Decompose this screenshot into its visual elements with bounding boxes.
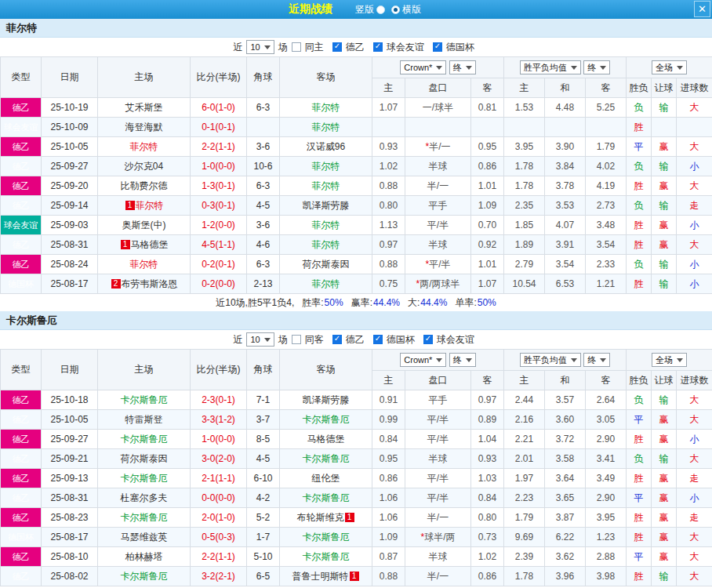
- friendly-checkbox[interactable]: [423, 335, 433, 344]
- euro-home-odds: 2.79: [504, 255, 545, 274]
- away-team[interactable]: 卡尔斯鲁厄: [280, 449, 372, 469]
- home-team[interactable]: 卡尔斯鲁厄: [98, 430, 191, 449]
- league2-checkbox[interactable]: [332, 335, 342, 344]
- metric-select[interactable]: 胜平负均值: [520, 60, 581, 74]
- team-name: 菲尔特: [6, 21, 37, 35]
- metric-select[interactable]: 胜平负均值: [520, 353, 581, 367]
- odds-time-select-2[interactable]: 终: [583, 353, 610, 367]
- match-date: 25-10-05: [42, 137, 98, 157]
- vertical-layout-radio[interactable]: [376, 5, 385, 14]
- home-team[interactable]: 沙尔克04: [98, 157, 191, 176]
- away-team[interactable]: 卡尔斯鲁厄: [280, 410, 372, 430]
- away-team[interactable]: 荷尔斯泰因: [280, 255, 372, 274]
- win-draw-lose-result: 平: [627, 488, 652, 508]
- home-team[interactable]: 菲尔特: [98, 137, 191, 157]
- friendly-checkbox[interactable]: [373, 42, 383, 52]
- home-team[interactable]: 艾禾斯堡: [98, 98, 191, 118]
- match-count-select[interactable]: 10: [246, 40, 274, 54]
- league-type-badge: 球会友谊: [1, 216, 42, 235]
- home-team[interactable]: 柏林赫塔: [98, 547, 191, 567]
- odds-time-select-2[interactable]: 终: [583, 60, 610, 74]
- league-type-badge: 德乙: [1, 430, 42, 449]
- away-team[interactable]: 凯泽斯劳滕: [280, 196, 372, 216]
- euro-away-odds: 1.79: [586, 137, 627, 157]
- league2-checkbox[interactable]: [332, 42, 342, 52]
- euro-draw-odds: 3.65: [545, 488, 586, 508]
- away-team[interactable]: 卡尔斯鲁厄: [280, 547, 372, 567]
- home-team[interactable]: 荷尔斯泰因: [98, 449, 191, 469]
- scope-select[interactable]: 全场: [652, 353, 687, 367]
- away-team[interactable]: 卡尔斯鲁厄: [280, 528, 372, 547]
- home-team[interactable]: 卡尔斯鲁厄: [98, 390, 191, 410]
- col-asia-line: 盘口: [405, 371, 471, 390]
- win-draw-lose-result: 胜: [627, 430, 652, 449]
- bookmaker-select[interactable]: Crown*: [400, 60, 446, 74]
- euro-home-odds: 1.85: [504, 216, 545, 235]
- away-team[interactable]: 菲尔特: [280, 118, 372, 137]
- home-team[interactable]: 菲尔特: [98, 255, 191, 274]
- away-team[interactable]: 卡尔斯鲁厄: [280, 488, 372, 508]
- match-date: 25-09-27: [42, 157, 98, 176]
- home-team[interactable]: 奥斯堡(中): [98, 216, 191, 235]
- away-team[interactable]: 布轮斯维克1: [280, 508, 372, 528]
- home-team[interactable]: 卡尔斯鲁厄: [98, 508, 191, 528]
- away-team[interactable]: 纽伦堡: [280, 469, 372, 488]
- horizontal-layout-radio[interactable]: [391, 5, 400, 14]
- away-team[interactable]: 菲尔特: [280, 157, 372, 176]
- asian-home-odds: 1.07: [372, 98, 405, 118]
- asian-away-odds: 0.86: [471, 567, 504, 586]
- away-team[interactable]: 普鲁士明斯特1: [280, 567, 372, 586]
- odd-rate-stat: 单率:50%: [455, 296, 496, 310]
- away-team[interactable]: 菲尔特: [280, 274, 372, 294]
- odds-time-select[interactable]: 终: [449, 353, 476, 367]
- euro-home-odds: 2.16: [504, 410, 545, 430]
- over-under-result: [677, 118, 712, 137]
- away-team[interactable]: 汉诺威96: [280, 137, 372, 157]
- away-team[interactable]: 菲尔特: [280, 216, 372, 235]
- euro-draw-odds: 3.60: [545, 410, 586, 430]
- scope-select[interactable]: 全场: [652, 60, 687, 74]
- home-team[interactable]: 1马格德堡: [98, 235, 191, 255]
- match-count-select[interactable]: 10: [246, 332, 274, 347]
- home-team[interactable]: 海登海默: [98, 118, 191, 137]
- same-away-checkbox[interactable]: [292, 335, 301, 344]
- col-away: 客场: [280, 57, 372, 98]
- asian-home-odds: 0.75: [372, 274, 405, 294]
- asian-odds-group: Crown* 终: [372, 350, 504, 371]
- home-team[interactable]: 特雷斯登: [98, 410, 191, 430]
- give-handicap-star: *: [425, 259, 429, 270]
- euro-draw-odds: 3.57: [545, 390, 586, 410]
- home-team[interactable]: 比勒费尔德: [98, 176, 191, 196]
- away-team[interactable]: 菲尔特: [280, 176, 372, 196]
- euro-draw-odds: 3.53: [545, 196, 586, 216]
- match-date: 25-08-17: [42, 274, 98, 294]
- away-team[interactable]: 凯泽斯劳滕: [280, 390, 372, 410]
- match-score: 3-3(1-2): [191, 410, 247, 430]
- match-score: 2-2(1-1): [191, 547, 247, 567]
- cup-checkbox[interactable]: [373, 335, 383, 344]
- match-score: 0-5(0-3): [191, 528, 247, 547]
- euro-home-odds: 10.54: [504, 274, 545, 294]
- away-team[interactable]: 菲尔特: [280, 98, 372, 118]
- win-draw-lose-result: 负: [627, 196, 652, 216]
- asian-home-odds: 0.87: [372, 547, 405, 567]
- odds-time-select[interactable]: 终: [449, 60, 476, 74]
- home-team[interactable]: 杜塞尔多夫: [98, 488, 191, 508]
- same-home-checkbox[interactable]: [292, 42, 301, 52]
- home-team[interactable]: 马瑟维兹英: [98, 528, 191, 547]
- away-team[interactable]: 马格德堡: [280, 430, 372, 449]
- home-team[interactable]: 2布劳韦斯洛恩: [98, 274, 191, 294]
- over-under-result: 大: [677, 449, 712, 469]
- home-team[interactable]: 卡尔斯鲁厄: [98, 469, 191, 488]
- handicap-result: 输: [652, 390, 677, 410]
- win-rate-stat: 胜率:50%: [302, 296, 343, 310]
- home-team[interactable]: 卡尔斯鲁厄: [98, 567, 191, 586]
- cup-checkbox[interactable]: [433, 42, 442, 52]
- handicap-result: 赢: [652, 176, 677, 196]
- close-icon[interactable]: ✕: [694, 1, 710, 17]
- red-card-badge: 1: [121, 240, 130, 249]
- away-team[interactable]: 菲尔特: [280, 235, 372, 255]
- asian-handicap-line: 半/一: [405, 508, 471, 528]
- home-team[interactable]: 1菲尔特: [98, 196, 191, 216]
- bookmaker-select[interactable]: Crown*: [400, 353, 446, 367]
